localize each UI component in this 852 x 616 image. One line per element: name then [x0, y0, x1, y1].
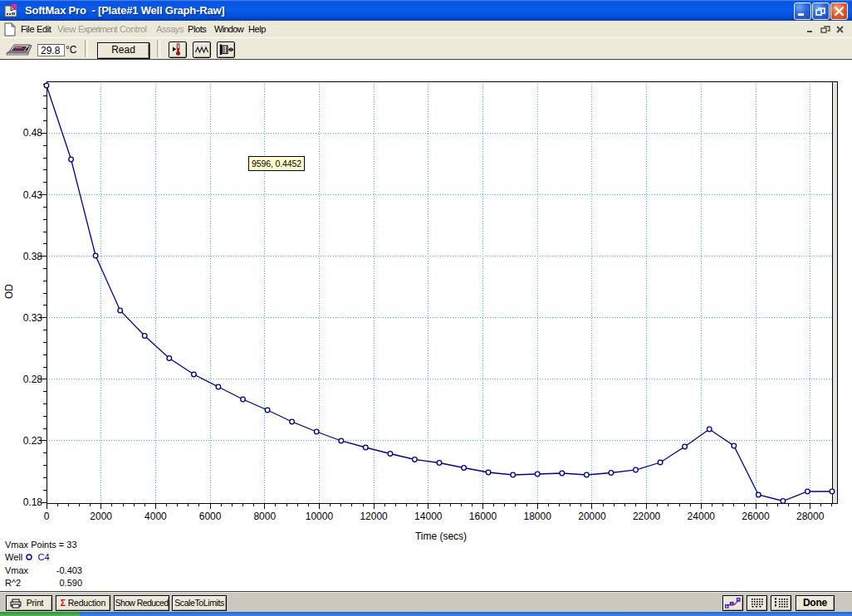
- svg-text:18000: 18000: [524, 511, 552, 522]
- svg-text:10000: 10000: [306, 511, 334, 522]
- svg-text:0.590: 0.590: [59, 578, 82, 588]
- svg-text:0: 0: [44, 511, 50, 522]
- svg-text:Vmax: Vmax: [5, 565, 29, 575]
- svg-text:8000: 8000: [253, 511, 276, 522]
- svg-text:Vmax Points = 33: Vmax Points = 33: [5, 540, 77, 550]
- svg-text:R^2: R^2: [5, 578, 21, 588]
- svg-text:0.43: 0.43: [23, 189, 43, 201]
- svg-text:C4: C4: [38, 552, 50, 562]
- svg-text:0.33: 0.33: [23, 312, 43, 324]
- svg-text:-0.403: -0.403: [56, 565, 82, 575]
- svg-text:26000: 26000: [742, 511, 770, 522]
- svg-text:22000: 22000: [633, 511, 661, 522]
- svg-text:16000: 16000: [469, 511, 497, 522]
- svg-text:24000: 24000: [688, 511, 716, 522]
- svg-text:0.18: 0.18: [23, 496, 43, 508]
- svg-text:0.28: 0.28: [23, 374, 43, 385]
- svg-text:28000: 28000: [796, 511, 825, 522]
- svg-text:12000: 12000: [360, 511, 388, 522]
- svg-text:20000: 20000: [578, 511, 606, 522]
- svg-text:14000: 14000: [414, 511, 443, 522]
- svg-text:2000: 2000: [90, 511, 112, 522]
- svg-text:0.23: 0.23: [23, 435, 43, 447]
- svg-text:4000: 4000: [144, 511, 167, 522]
- svg-text:Well: Well: [5, 552, 22, 562]
- svg-text:0.48: 0.48: [23, 127, 43, 139]
- svg-text:6000: 6000: [199, 511, 222, 522]
- svg-text:0.38: 0.38: [23, 251, 43, 262]
- svg-text:9596, 0.4452: 9596, 0.4452: [252, 159, 301, 169]
- svg-text:Time (secs): Time (secs): [415, 530, 467, 542]
- svg-text:OD: OD: [3, 284, 15, 299]
